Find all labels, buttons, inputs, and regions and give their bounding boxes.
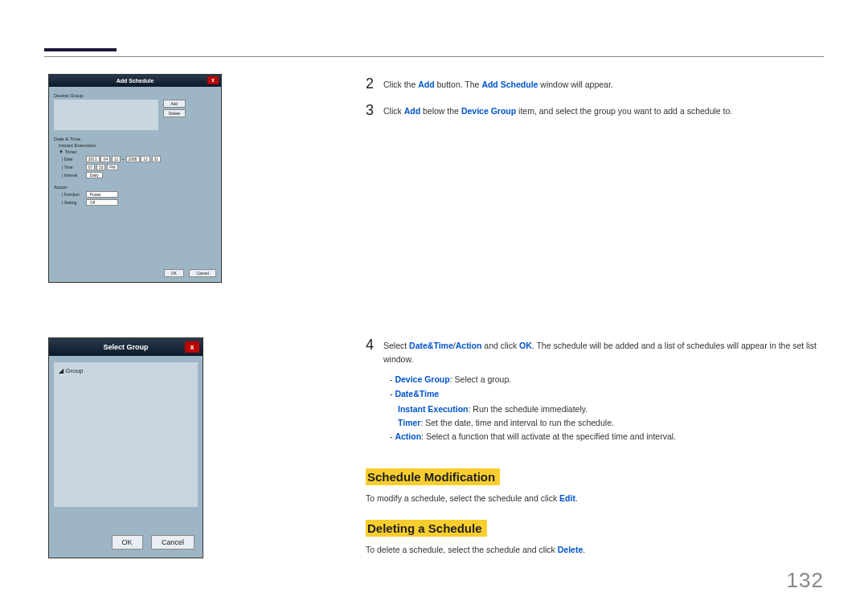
bold-link: Date&Time bbox=[409, 341, 453, 350]
interval-label: Interval bbox=[62, 173, 84, 178]
interval-select: Daily bbox=[86, 172, 103, 178]
bold-link: Action bbox=[456, 341, 482, 350]
cancel-button: Cancel bbox=[151, 535, 194, 550]
setting-label: Setting bbox=[62, 200, 84, 205]
action-label: Action bbox=[54, 185, 216, 190]
bold-link: Date&Time bbox=[395, 389, 439, 398]
bold-link: Add bbox=[404, 106, 420, 116]
dialog-title: Select Group bbox=[103, 343, 148, 351]
text: Select bbox=[383, 341, 409, 350]
content-step-4: 4 Select Date&Time/Action and click OK. … bbox=[366, 337, 824, 456]
bold-link: Timer bbox=[398, 418, 420, 427]
text: : Select a function that will activate a… bbox=[421, 431, 676, 441]
content-steps-top: 2 Click the Add button. The Add Schedule… bbox=[366, 76, 824, 129]
bold-link: Add bbox=[418, 80, 434, 89]
step-number: 3 bbox=[366, 103, 383, 117]
text: button. The bbox=[435, 80, 482, 89]
select-group-dialog-screenshot: Select Group x ◢ Group OK Cancel bbox=[48, 337, 203, 558]
date-month-start: 04 bbox=[100, 156, 110, 162]
heading-deleting-schedule: Deleting a Schedule bbox=[366, 520, 487, 537]
step-body: Click Add below the Device Group item, a… bbox=[383, 103, 732, 118]
date-label: Date bbox=[62, 157, 84, 161]
lower-content: Schedule Modification To modify a schedu… bbox=[366, 454, 824, 557]
time-label: Time bbox=[62, 165, 84, 170]
text: item, and select the group you want to a… bbox=[516, 106, 732, 116]
tree-expand-icon: ◢ bbox=[59, 367, 65, 374]
list-subitem: Timer: Set the date, time and interval t… bbox=[385, 416, 824, 430]
add-schedule-dialog-screenshot: Add Schedule x Device Group Add Delete D… bbox=[48, 74, 222, 283]
list-item: Action: Select a function that will acti… bbox=[385, 430, 824, 443]
bold-link: Device Group bbox=[461, 106, 516, 116]
bold-link: Edit bbox=[559, 493, 575, 503]
text: window will appear. bbox=[538, 80, 612, 89]
text: below the bbox=[420, 106, 461, 116]
bold-link: Action bbox=[395, 431, 421, 441]
text: : Set the date, time and interval to run… bbox=[420, 418, 613, 427]
setting-select: Off bbox=[86, 199, 118, 206]
sublist: Device Group: Select a group. Date&Time … bbox=[385, 373, 824, 443]
bold-link: OK bbox=[519, 341, 532, 350]
step-3: 3 Click Add below the Device Group item,… bbox=[366, 103, 824, 118]
text: Click bbox=[383, 106, 404, 116]
device-group-list bbox=[54, 100, 158, 130]
paragraph: To delete a schedule, select the schedul… bbox=[366, 543, 824, 557]
date-year-start: 2011 bbox=[86, 156, 100, 162]
text: Click the bbox=[383, 80, 418, 89]
time-ampm: PM bbox=[107, 164, 118, 170]
step-4: 4 Select Date&Time/Action and click OK. … bbox=[366, 337, 824, 445]
date-day-start: 11 bbox=[112, 156, 121, 162]
step-number: 2 bbox=[366, 76, 383, 91]
ok-button: OK bbox=[112, 535, 143, 550]
bold-link: Delete bbox=[558, 545, 583, 554]
dialog-title-bar: Add Schedule x bbox=[49, 75, 221, 87]
step-number: 4 bbox=[366, 337, 383, 352]
function-label: Function bbox=[62, 192, 84, 197]
cancel-button: Cancel bbox=[189, 269, 216, 277]
ok-button: OK bbox=[164, 269, 184, 277]
instant-execution-row: Instant Execution bbox=[59, 143, 216, 148]
list-item: Date&Time bbox=[385, 387, 824, 401]
bold-link: Device Group bbox=[395, 374, 449, 384]
text: . bbox=[575, 493, 578, 503]
text: : Select a group. bbox=[450, 374, 511, 384]
add-button: Add bbox=[163, 100, 186, 108]
date-year-end: 2088 bbox=[126, 156, 140, 162]
date-day-end: 31 bbox=[152, 156, 162, 162]
close-icon: x bbox=[207, 76, 219, 84]
header-rule bbox=[44, 56, 824, 57]
list-item: Device Group: Select a group. bbox=[385, 373, 824, 386]
bold-link: Add Schedule bbox=[481, 80, 538, 89]
text: and click bbox=[481, 341, 519, 350]
dialog-body: ◢ Group bbox=[49, 356, 203, 510]
device-group-label: Device Group bbox=[54, 93, 216, 98]
date-month-end: 12 bbox=[141, 156, 150, 162]
text: To delete a schedule, select the schedul… bbox=[366, 545, 558, 554]
text: . bbox=[583, 545, 585, 554]
list-subitem: Instant Execution: Run the schedule imme… bbox=[385, 403, 824, 416]
heading-schedule-modification: Schedule Modification bbox=[366, 468, 500, 485]
dialog-body: Device Group Add Delete Date & Time Inst… bbox=[49, 87, 221, 210]
step-body: Click the Add button. The Add Schedule w… bbox=[383, 76, 613, 92]
time-hour: 07 bbox=[86, 164, 96, 170]
page-number: 132 bbox=[787, 568, 824, 593]
timer-row: ▼ Timer bbox=[59, 149, 216, 154]
close-icon: x bbox=[185, 341, 199, 353]
dialog-title-bar: Select Group x bbox=[49, 338, 203, 356]
text: To modify a schedule, select the schedul… bbox=[366, 493, 559, 503]
step-2: 2 Click the Add button. The Add Schedule… bbox=[366, 76, 824, 92]
header-accent-bar bbox=[44, 48, 117, 51]
time-min: 53 bbox=[96, 164, 106, 170]
datetime-label: Date & Time bbox=[54, 137, 216, 141]
step-body: Select Date&Time/Action and click OK. Th… bbox=[383, 337, 824, 445]
delete-button: Delete bbox=[163, 109, 186, 117]
dialog-title: Add Schedule bbox=[117, 78, 154, 84]
paragraph: To modify a schedule, select the schedul… bbox=[366, 492, 824, 505]
function-select: Power bbox=[86, 191, 118, 198]
bold-link: Instant Execution bbox=[398, 404, 469, 414]
date-range-sep: ~ bbox=[122, 157, 125, 161]
group-node: Group bbox=[65, 367, 83, 374]
group-tree: ◢ Group bbox=[54, 362, 198, 507]
text: : Run the schedule immediately. bbox=[469, 404, 588, 414]
